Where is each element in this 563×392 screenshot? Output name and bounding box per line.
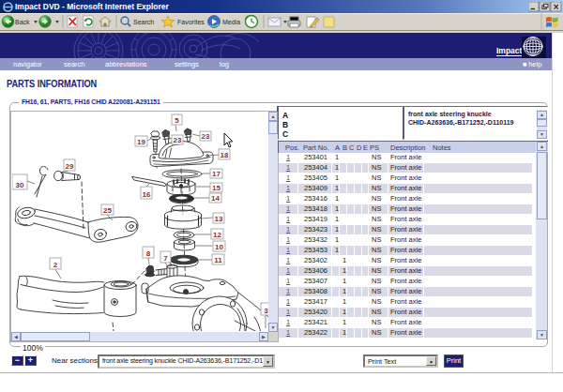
svg-text:8: 8 xyxy=(146,249,151,258)
svg-text:5: 5 xyxy=(175,116,179,125)
svg-text:11: 11 xyxy=(214,256,222,264)
svg-text:15: 15 xyxy=(212,184,221,192)
svg-text:30: 30 xyxy=(16,181,24,189)
svg-text:Back: Back xyxy=(15,19,30,25)
svg-text:13: 13 xyxy=(215,215,223,223)
svg-text:Favorites: Favorites xyxy=(177,19,205,25)
svg-text:23: 23 xyxy=(202,132,210,141)
svg-text:Search: Search xyxy=(133,19,154,25)
svg-text:Media: Media xyxy=(222,19,240,25)
svg-text:18: 18 xyxy=(221,151,229,159)
svg-text:17: 17 xyxy=(212,170,221,178)
svg-text:10: 10 xyxy=(215,243,223,251)
svg-text:14: 14 xyxy=(211,194,220,203)
svg-text:2: 2 xyxy=(53,261,58,269)
svg-text:23: 23 xyxy=(174,136,182,144)
svg-text:25: 25 xyxy=(103,206,112,215)
svg-text:16: 16 xyxy=(143,190,151,199)
svg-text:12: 12 xyxy=(213,231,221,239)
svg-text:19: 19 xyxy=(137,138,145,146)
svg-text:29: 29 xyxy=(66,162,74,171)
svg-text:7: 7 xyxy=(163,254,168,263)
